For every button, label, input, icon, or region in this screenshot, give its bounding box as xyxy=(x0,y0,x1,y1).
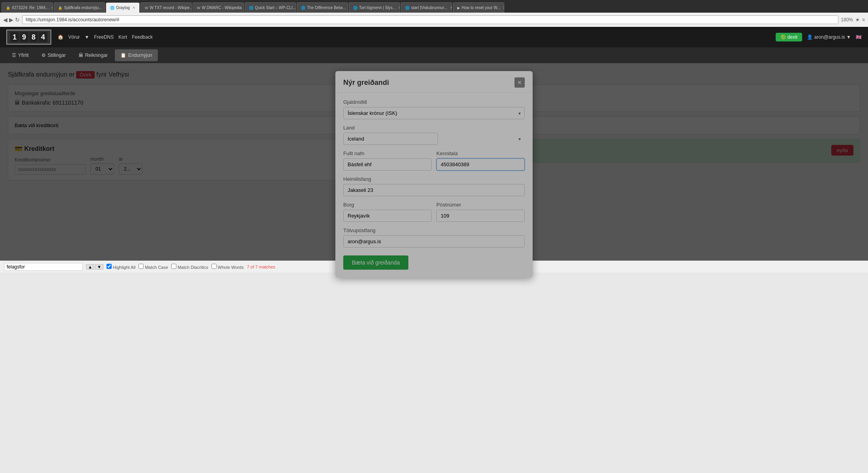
tab-bar: 🔒#273224: Re: 1984...✕ 🔒Sjálfkrafa endur… xyxy=(0,0,868,13)
country-label: Land xyxy=(343,125,525,131)
currency-label: Gjaldmiðill xyxy=(343,99,525,105)
top-nav: 1 9 8 4 🏠 Vörur ▼ FreeDNS Kort Feedback … xyxy=(0,27,868,47)
nav-home[interactable]: 🏠 xyxy=(58,34,64,40)
currency-select[interactable]: Íslenskar krónur (ISK) xyxy=(343,107,525,119)
city-label: Borg xyxy=(343,202,432,208)
app-background: 1 9 8 4 🏠 Vörur ▼ FreeDNS Kort Feedback … xyxy=(0,27,868,473)
browser-chrome: 🔒#273224: Re: 1984...✕ 🔒Sjálfkrafa endur… xyxy=(0,0,868,27)
main-content: Sjálfkrafa endurnýjun er Óvirk fyrir Vef… xyxy=(0,63,868,261)
logo: 1 9 8 4 xyxy=(6,30,51,45)
modal-title: Nýr greiðandi xyxy=(343,79,389,87)
fullname-field-group: Fullt nafn xyxy=(343,150,432,171)
endurnyjun-icon: 📋 xyxy=(120,53,126,58)
email-label: Tölvupóstfang xyxy=(343,227,525,233)
country-select-wrapper: Iceland ▼ xyxy=(343,133,525,145)
postal-input[interactable] xyxy=(436,210,525,222)
search-count: 7 of 7 matches xyxy=(247,265,275,269)
nav-kort[interactable]: Kort xyxy=(118,34,127,40)
reikningar-icon: 🏛 xyxy=(79,53,83,58)
tab-2[interactable]: 🔒Sjálfkrafa endurnýju...✕ xyxy=(54,2,105,13)
browser-actions: 180% ★ ≡ xyxy=(841,17,865,23)
country-select[interactable]: Iceland xyxy=(343,133,438,145)
postal-field-group: Póstnúmer xyxy=(436,202,525,222)
tab-1[interactable]: 🔒#273224: Re: 1984...✕ xyxy=(2,2,53,13)
city-input[interactable] xyxy=(343,210,432,222)
tab-9[interactable]: 🌐start [Viskubrunnur...✕ xyxy=(401,2,452,13)
nav-tab-reikningar[interactable]: 🏛 Reikningar xyxy=(73,49,113,61)
search-options: Highlight All Match Case Match Diacritic… xyxy=(107,264,244,270)
nav-tab-yfirlit[interactable]: ☰ Yfirlit xyxy=(6,49,34,61)
address-bar: ◀ ▶ ↻ 180% ★ ≡ xyxy=(0,13,868,27)
search-prev-button[interactable]: ▲ xyxy=(86,264,94,270)
city-field-group: Borg xyxy=(343,202,432,222)
secondary-nav: ☰ Yfirlit ⚙ Stillingar 🏛 Reikningar 📋 En… xyxy=(0,47,868,63)
kennitala-label: Kennitala xyxy=(436,150,525,156)
nav-freedns[interactable]: FreeDNS xyxy=(94,34,114,40)
nav-buttons: ◀ ▶ ↻ xyxy=(3,17,20,23)
nav-feedback[interactable]: Feedback xyxy=(132,34,153,40)
tab-8[interactable]: 🌐Tort lögmenn | Slys...✕ xyxy=(349,2,400,13)
bookmark-icon[interactable]: ★ xyxy=(855,17,860,23)
tab-5[interactable]: WW DMARC - Wikipedia✕ xyxy=(193,2,244,13)
user-info: 👤 aron@argus.is ▼ xyxy=(807,34,851,40)
modal-overlay: Nýr greiðandi ✕ Gjaldmiðill Íslenskar kr… xyxy=(0,63,868,261)
modal-header: Nýr greiðandi ✕ xyxy=(335,71,533,93)
yfirlit-icon: ☰ xyxy=(12,53,16,58)
tab-4[interactable]: WW TXT record - Wikipe...✕ xyxy=(140,2,192,13)
top-nav-links: 🏠 Vörur ▼ FreeDNS Kort Feedback xyxy=(58,34,153,40)
name-kennitala-row: Fullt nafn Kennitala xyxy=(343,150,525,176)
country-field-group: Land Iceland ▼ xyxy=(343,125,525,145)
postal-label: Póstnúmer xyxy=(436,202,525,208)
search-arrows: ▲ ▼ xyxy=(86,264,103,270)
address-input[interactable] xyxy=(343,184,525,196)
match-case-option[interactable]: Match Case xyxy=(138,264,168,270)
new-payer-modal: Nýr greiðandi ✕ Gjaldmiðill Íslenskar kr… xyxy=(335,71,533,278)
user-icon: 👤 xyxy=(807,34,813,40)
tab-6[interactable]: 🌐Quick Start – WP-CLI...✕ xyxy=(245,2,296,13)
nav-vorur[interactable]: Vörur xyxy=(68,34,80,40)
zoom-level: 180% xyxy=(841,17,853,23)
submit-button[interactable]: Bæta við greiðanda xyxy=(343,255,408,270)
top-nav-right: 🟢 dexit 👤 aron@argus.is ▼ 🇬🇧 xyxy=(776,33,862,41)
tab-10[interactable]: ▶How to reset your W...✕ xyxy=(453,2,504,13)
menu-icon[interactable]: ≡ xyxy=(862,17,865,23)
kennitala-input[interactable] xyxy=(436,158,525,171)
country-select-arrow: ▼ xyxy=(518,137,522,141)
address-field-group: Heimilisfang xyxy=(343,176,525,196)
kennitala-field-group: Kennitala xyxy=(436,150,525,171)
modal-close-button[interactable]: ✕ xyxy=(514,77,525,88)
fullname-label: Fullt nafn xyxy=(343,150,432,156)
email-field-group: Tölvupóstfang xyxy=(343,227,525,248)
email-input[interactable] xyxy=(343,235,525,248)
reload-button[interactable]: ↻ xyxy=(15,17,20,23)
modal-body: Gjaldmiðill Íslenskar krónur (ISK) ▼ Lan… xyxy=(335,93,533,278)
tab-7[interactable]: 🌐The Difference Betw...✕ xyxy=(297,2,348,13)
stillingar-icon: ⚙ xyxy=(41,53,46,58)
whole-words-option[interactable]: Whole Words xyxy=(211,264,244,270)
nav-tab-stillingar[interactable]: ⚙ Stillingar xyxy=(36,49,71,61)
tab-3-active[interactable]: 🌐Graylog✕ xyxy=(106,2,140,13)
address-label: Heimilisfang xyxy=(343,176,525,182)
dexit-icon: 🟢 xyxy=(780,34,786,40)
highlight-all-option[interactable]: Highlight All xyxy=(107,264,136,270)
currency-field-group: Gjaldmiðill Íslenskar krónur (ISK) ▼ xyxy=(343,99,525,119)
currency-select-wrapper: Íslenskar krónur (ISK) ▼ xyxy=(343,107,525,119)
city-postal-row: Borg Póstnúmer xyxy=(343,202,525,227)
back-button[interactable]: ◀ xyxy=(3,17,7,23)
fullname-input[interactable] xyxy=(343,158,432,171)
url-bar[interactable] xyxy=(22,15,838,24)
match-diacritics-option[interactable]: Match Diacritics xyxy=(171,264,208,270)
forward-button[interactable]: ▶ xyxy=(9,17,13,23)
dexit-button[interactable]: 🟢 dexit xyxy=(776,33,803,41)
nav-tab-endurnyjun[interactable]: 📋 Endurnýjun xyxy=(115,49,158,61)
flag-icon[interactable]: 🇬🇧 xyxy=(856,34,862,40)
chevron-down-icon: ▼ xyxy=(846,34,851,40)
search-next-button[interactable]: ▼ xyxy=(95,264,103,270)
search-input[interactable] xyxy=(4,263,83,271)
